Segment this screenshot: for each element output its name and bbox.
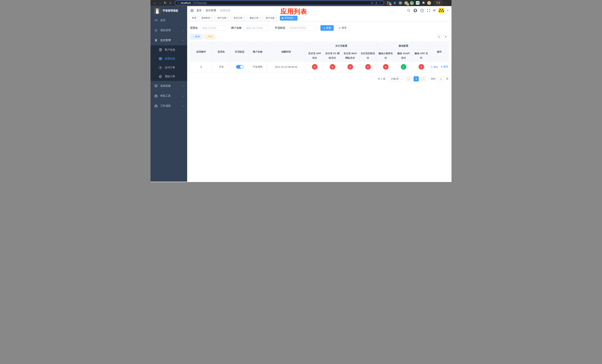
reset-button[interactable]: ↻ 重置: [336, 25, 349, 31]
sidebar-item-label: 退款订单: [165, 75, 175, 78]
merchant-name-input[interactable]: [244, 25, 269, 31]
yen-icon: ¥: [154, 39, 158, 42]
tab-refund-orders[interactable]: 退款订单×: [248, 16, 263, 21]
page-size-select[interactable]: 10条/页: [388, 76, 404, 81]
active-tab-dot: [282, 17, 283, 19]
bookmark-star-icon[interactable]: ☆: [379, 1, 382, 4]
search-icon: [323, 27, 325, 29]
sidebar-item-payment[interactable]: ¥ 支付管理: [150, 35, 187, 45]
breadcrumb-separator: /: [218, 9, 218, 12]
home-icon[interactable]: ⌂: [168, 0, 173, 5]
tab-close-icon[interactable]: ×: [227, 17, 229, 19]
col-alipay-wap: 支付宝 WAP 网站支付: [341, 50, 359, 62]
sidebar-item-infrastructure[interactable]: 基础设施: [150, 81, 187, 91]
search-button[interactable]: 搜索: [321, 25, 334, 31]
refresh-icon: ↻: [339, 27, 341, 30]
tab-merchant-info[interactable]: 商户信息×: [264, 16, 279, 21]
search-form: 应用名 商户名称 开启状态 请选择开启状态: [190, 25, 449, 31]
github-icon[interactable]: [413, 9, 417, 12]
app-name-input[interactable]: [200, 25, 226, 31]
tab-close-icon[interactable]: ×: [276, 17, 277, 19]
reload-icon[interactable]: ↻: [163, 0, 168, 5]
breadcrumb-current: 应用信息: [220, 9, 230, 12]
command-extension-icon[interactable]: ⌘: [398, 1, 402, 5]
sidebar-item-pay-orders[interactable]: ¥ 支付订单: [150, 63, 187, 72]
table-toolbar: + 新增 ↓ 导出 ↻: [190, 34, 449, 39]
extension-badge: 1: [407, 3, 409, 5]
blocks-extension-icon[interactable]: 10: [387, 1, 391, 5]
site-info-icon[interactable]: ⓘ: [177, 1, 179, 4]
shop-icon: [159, 48, 162, 52]
forward-icon[interactable]: →: [158, 0, 162, 5]
refund-icon: [159, 75, 162, 78]
browser-menu-icon[interactable]: ⋮: [445, 1, 447, 4]
extension-icons: 10 ⌘ 1 y: [387, 1, 431, 5]
share-icon[interactable]: [375, 1, 378, 4]
dashboard-icon: [154, 19, 158, 22]
tab-app-info[interactable]: 应用信息×: [280, 16, 298, 21]
sidebar-item-label: 系统管理: [160, 29, 171, 32]
search-icon[interactable]: [407, 9, 410, 12]
sidebar-item-refund-orders[interactable]: 退款订单: [150, 72, 187, 81]
edit-link[interactable]: ✎修改: [430, 65, 438, 69]
refresh-table-button[interactable]: ↻: [443, 34, 449, 39]
sidebar-logo[interactable]: 芋道管理系统: [150, 6, 187, 15]
group-alipay-config: 支付宝配置: [306, 42, 377, 50]
key-icon[interactable]: [371, 1, 374, 4]
back-icon[interactable]: ←: [152, 0, 157, 5]
emoji-extension-icon[interactable]: [427, 1, 431, 5]
chevron-down-icon: [401, 78, 403, 80]
sidebar-item-dev-tools[interactable]: 研发工具: [150, 91, 187, 101]
collapse-menu-icon[interactable]: [190, 9, 194, 12]
chevron-down-icon: [314, 27, 316, 29]
tab-home[interactable]: 首页: [190, 16, 198, 21]
tab-process-form[interactable]: 流程表单×: [199, 16, 214, 21]
col-alipay-qr: 支付宝扫码支付: [359, 50, 377, 62]
alipay-pc-status-icon: ✕: [330, 64, 335, 70]
address-bar[interactable]: ⓘ localhost:1024/pay/app ☆: [174, 0, 384, 5]
sidebar-item-app-info[interactable]: 应用信息: [150, 54, 187, 63]
wechat-mini-status-icon: ✕: [383, 64, 388, 70]
search-icon: [438, 36, 440, 38]
tab-close-icon[interactable]: ×: [211, 17, 213, 19]
goto-page-input[interactable]: [437, 76, 445, 81]
prev-page-button[interactable]: ‹: [406, 76, 411, 81]
sidebar-item-home[interactable]: 首页: [150, 15, 187, 25]
balloon-extension-icon[interactable]: [393, 1, 397, 5]
extension-badge: 10: [389, 3, 392, 5]
recorder-extension-icon[interactable]: 1: [404, 1, 408, 5]
font-size-icon[interactable]: tT: [433, 9, 436, 12]
breadcrumb-separator: /: [203, 9, 204, 12]
delete-link[interactable]: 删除: [441, 65, 448, 68]
add-button[interactable]: + 新增: [190, 34, 202, 39]
table-row: 6 芋道 芋道源码 2021-10-23 08:49:25 ✕ ✕ ✕ ✕ ✕ …: [190, 62, 449, 72]
help-icon[interactable]: ?: [420, 9, 424, 12]
tags-view-bar: 首页 流程表单× 用户分组× 支付订单× 退款订单× 商户信息× 应用信息×: [187, 15, 452, 21]
breadcrumb-home[interactable]: 首页: [196, 9, 202, 12]
chat-extension-icon[interactable]: [416, 1, 419, 5]
fullscreen-icon[interactable]: [427, 9, 430, 12]
sidebar-item-workflow[interactable]: 工作流程: [150, 101, 187, 111]
tab-pay-orders[interactable]: 支付订单×: [232, 16, 247, 21]
sidebar-item-label: 工作流程: [160, 104, 171, 107]
next-page-button[interactable]: ›: [421, 76, 426, 81]
toggle-search-button[interactable]: [436, 34, 441, 39]
tab-close-icon[interactable]: ×: [243, 17, 245, 19]
enabled-toggle[interactable]: [236, 65, 243, 69]
avatar-dropdown-caret-icon[interactable]: [447, 10, 449, 12]
tab-close-icon[interactable]: ×: [259, 17, 261, 19]
status-select[interactable]: 请选择开启状态: [288, 25, 317, 31]
breadcrumb-payment[interactable]: 支付管理: [206, 9, 216, 12]
goto-label: 前往: [431, 77, 436, 81]
y-extension-icon[interactable]: y: [410, 1, 414, 5]
export-button[interactable]: ↓ 导出: [204, 34, 215, 39]
sidebar-item-system[interactable]: 系统管理: [150, 25, 187, 35]
sidebar-item-merchant-info[interactable]: 商户信息: [150, 45, 187, 54]
cell-app-id: 6: [190, 62, 212, 72]
page-number-button[interactable]: 1: [414, 76, 419, 81]
browser-update-button[interactable]: 更新: [434, 1, 443, 5]
user-avatar[interactable]: [439, 8, 444, 13]
tab-user-group[interactable]: 用户分组×: [215, 16, 230, 21]
tab-close-icon[interactable]: ×: [294, 17, 296, 19]
puzzle-extensions-icon[interactable]: [421, 1, 425, 5]
